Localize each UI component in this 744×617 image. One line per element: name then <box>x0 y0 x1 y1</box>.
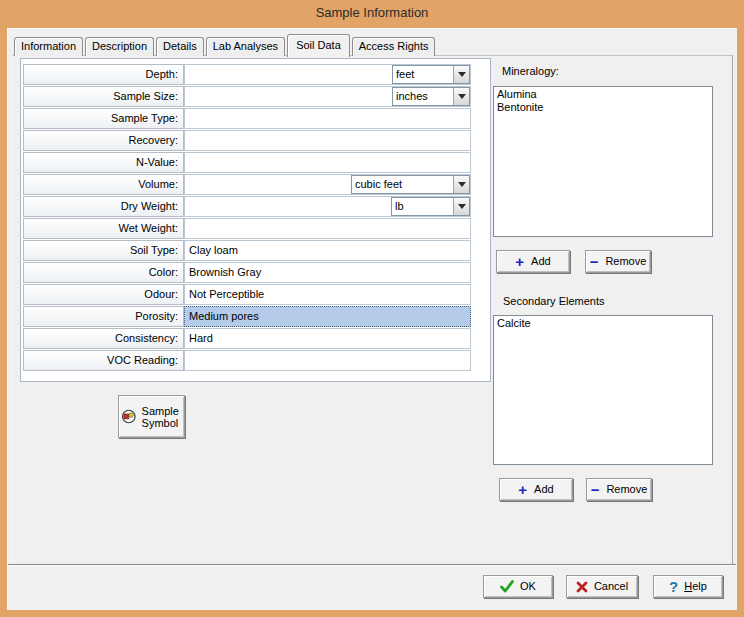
secondary-elements-label: Secondary Elements <box>503 295 605 307</box>
soil-type-field[interactable]: Clay loam <box>184 240 471 261</box>
depth-unit-select[interactable]: feet <box>392 65 470 84</box>
voc-reading-field[interactable] <box>184 350 471 371</box>
check-icon <box>500 580 514 593</box>
field-label: Volume: <box>23 174 184 195</box>
field-label: Wet Weight: <box>23 218 184 239</box>
row-wet-weight: Wet Weight: <box>23 218 471 239</box>
row-voc-reading: VOC Reading: <box>23 350 471 371</box>
field-label: Recovery: <box>23 130 184 151</box>
list-item[interactable]: Alumina <box>497 88 712 101</box>
tab-access-rights[interactable]: Access Rights <box>352 37 436 56</box>
plus-icon: + <box>518 482 527 497</box>
dry-weight-unit-select[interactable]: lb <box>391 197 470 216</box>
sample-information-window: Sample Information Information Descripti… <box>0 0 744 617</box>
sample-size-unit-select[interactable]: inches <box>392 87 470 106</box>
row-n-value: N-Value: <box>23 152 471 173</box>
sample-symbol-label: Sample Symbol <box>142 405 182 429</box>
field-label: VOC Reading: <box>23 350 184 371</box>
tab-bar: Information Description Details Lab Anal… <box>14 33 435 56</box>
question-icon: ? <box>669 579 678 594</box>
row-color: Color: Brownish Gray <box>23 262 471 283</box>
tab-lab-analyses[interactable]: Lab Analyses <box>206 37 285 56</box>
soil-data-form: Depth: Sample Size: Sample Type: Recover… <box>20 58 491 382</box>
field-label: Odour: <box>23 284 184 305</box>
footer-divider <box>8 564 736 566</box>
row-consistency: Consistency: Hard <box>23 328 471 349</box>
window-title: Sample Information <box>0 0 744 28</box>
list-item[interactable]: Calcite <box>497 317 712 330</box>
volume-unit-select[interactable]: cubic feet <box>351 175 470 194</box>
row-recovery: Recovery: <box>23 130 471 151</box>
tab-details[interactable]: Details <box>156 37 204 56</box>
minus-icon: − <box>591 482 600 497</box>
odour-field[interactable]: Not Perceptible <box>184 284 471 305</box>
chevron-down-icon[interactable] <box>453 88 469 105</box>
x-icon <box>576 581 588 593</box>
mineralogy-add-button[interactable]: + Add <box>496 250 570 273</box>
field-label: Porosity: <box>23 306 184 327</box>
field-label: Sample Type: <box>23 108 184 129</box>
chevron-down-icon[interactable] <box>453 176 469 193</box>
tab-soil-data[interactable]: Soil Data <box>287 34 350 57</box>
row-sample-type: Sample Type: <box>23 108 471 129</box>
plus-icon: + <box>515 254 524 269</box>
chevron-down-icon[interactable] <box>453 198 469 215</box>
sample-type-field[interactable] <box>184 108 471 129</box>
field-label: Consistency: <box>23 328 184 349</box>
help-button[interactable]: ? Help <box>653 575 723 598</box>
cancel-button[interactable]: Cancel <box>566 575 638 598</box>
row-odour: Odour: Not Perceptible <box>23 284 471 305</box>
field-label: N-Value: <box>23 152 184 173</box>
minus-icon: − <box>590 254 599 269</box>
field-label: Sample Size: <box>23 86 184 107</box>
mineralogy-label: Mineralogy: <box>502 65 559 77</box>
row-soil-type: Soil Type: Clay loam <box>23 240 471 261</box>
consistency-field[interactable]: Hard <box>184 328 471 349</box>
sample-symbol-icon <box>121 408 137 425</box>
tab-description[interactable]: Description <box>85 37 154 56</box>
mineralogy-remove-button[interactable]: − Remove <box>585 250 651 273</box>
secondary-elements-listbox[interactable]: Calcite <box>493 315 713 465</box>
chevron-down-icon[interactable] <box>453 66 469 83</box>
ok-button[interactable]: OK <box>483 575 553 598</box>
field-label: Color: <box>23 262 184 283</box>
list-item[interactable]: Bentonite <box>497 101 712 114</box>
color-field[interactable]: Brownish Gray <box>184 262 471 283</box>
wet-weight-field[interactable] <box>184 218 471 239</box>
field-label: Soil Type: <box>23 240 184 261</box>
field-label: Dry Weight: <box>23 196 184 217</box>
field-label: Depth: <box>23 64 184 85</box>
tab-information[interactable]: Information <box>14 37 83 56</box>
row-porosity: Porosity: Medium pores <box>23 306 471 327</box>
secondary-elements-remove-button[interactable]: − Remove <box>586 478 652 501</box>
mineralogy-listbox[interactable]: Alumina Bentonite <box>493 86 713 237</box>
porosity-field-selected[interactable]: Medium pores <box>184 306 471 327</box>
secondary-elements-add-button[interactable]: + Add <box>499 478 573 501</box>
sample-symbol-button[interactable]: Sample Symbol <box>118 395 185 438</box>
recovery-field[interactable] <box>184 130 471 151</box>
n-value-field[interactable] <box>184 152 471 173</box>
